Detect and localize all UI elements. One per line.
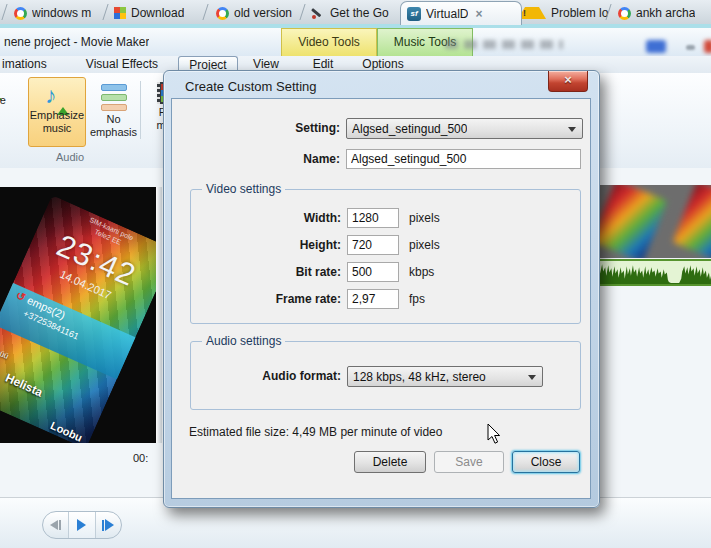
playback-controls xyxy=(42,511,122,539)
window-button-blur[interactable] xyxy=(704,40,711,53)
window-title: nene project - Movie Maker xyxy=(4,35,149,49)
waveform-graphic xyxy=(597,261,711,284)
window-button-blur[interactable] xyxy=(646,40,666,53)
color-grid-icon xyxy=(114,7,126,19)
google-icon xyxy=(216,7,229,20)
video-settings-group: Video settings Width: pixels Height: pix… xyxy=(190,189,581,324)
save-button[interactable]: Save xyxy=(434,451,504,473)
preview-phone-frame: SIM-kaarti pole Tele2 EE 23:42 14.04.201… xyxy=(0,195,156,443)
no-emphasis-button[interactable]: No emphasis xyxy=(90,77,137,147)
tab-close-icon[interactable]: × xyxy=(475,7,482,21)
height-input[interactable] xyxy=(347,235,399,255)
timeline-clip-thumbnail[interactable] xyxy=(672,185,711,258)
browser-tab-problem[interactable]: Problem lo xyxy=(512,2,616,24)
sourceforge-icon: sf xyxy=(407,7,421,21)
browser-tab-get-the-go[interactable]: Get the Go xyxy=(306,2,408,24)
cursor-icon xyxy=(487,423,501,445)
prev-frame-icon xyxy=(50,520,58,530)
name-input[interactable] xyxy=(346,149,581,169)
phone-softkey-center: Helista xyxy=(3,371,45,400)
previous-frame-button[interactable] xyxy=(43,512,68,538)
audio-settings-group: Audio settings Audio format: 128 kbps, 4… xyxy=(190,341,581,410)
framerate-label: Frame rate: xyxy=(201,292,341,306)
browser-tab-virtualdub-active[interactable]: sf VirtualD × xyxy=(400,1,522,25)
browser-tab-download[interactable]: Download xyxy=(108,2,214,24)
close-button[interactable]: Close xyxy=(512,451,580,473)
delete-button[interactable]: Delete xyxy=(354,451,426,473)
width-label: Width: xyxy=(201,211,341,225)
bitrate-label: Bit rate: xyxy=(201,265,341,279)
screen: windows m Download old version Get the G… xyxy=(0,0,711,548)
dropdown-arrow-icon xyxy=(528,375,536,380)
next-frame-icon xyxy=(105,519,114,531)
dropdown-arrow-icon xyxy=(568,127,576,132)
next-frame-button[interactable] xyxy=(96,512,121,538)
ribbon-tab-visual-effects[interactable]: Visual Effects xyxy=(72,56,172,73)
google-icon xyxy=(618,7,631,20)
bitrate-input[interactable] xyxy=(347,262,399,282)
estimated-file-size: Estimated file size: 4,49 MB per minute … xyxy=(189,425,442,439)
name-label: Name: xyxy=(194,152,340,166)
phone-softkey-right: Loobu xyxy=(49,419,85,443)
tab-label: windows m xyxy=(32,6,91,20)
browser-tab-bar: windows m Download old version Get the G… xyxy=(0,0,711,25)
setting-label: Setting: xyxy=(194,121,340,135)
audio-format-dropdown[interactable]: 128 kbps, 48 kHz, stereo xyxy=(347,366,543,387)
dialog-close-icon: × xyxy=(564,72,572,87)
app-title-bar: nene project - Movie Maker Video Tools M… xyxy=(0,28,711,57)
tab-separator xyxy=(1,4,7,20)
ribbon-group-label-audio: Audio xyxy=(0,151,140,163)
bitrate-unit: kbps xyxy=(409,265,434,279)
playhead-timecode: 00: xyxy=(133,452,148,464)
create-custom-setting-dialog: Create Custom Setting × Setting: Algsed_… xyxy=(163,70,600,508)
timeline-video-track[interactable] xyxy=(597,185,711,258)
height-label: Height: xyxy=(201,238,341,252)
tab-label: old version xyxy=(234,6,292,20)
ribbon-separator xyxy=(140,81,141,139)
pane-divider xyxy=(156,187,162,443)
dialog-title: Create Custom Setting xyxy=(185,79,317,94)
video-preview: SIM-kaarti pole Tele2 EE 23:42 14.04.201… xyxy=(0,187,156,443)
video-tools-contextual-tab[interactable]: Video Tools xyxy=(281,28,377,57)
no-emphasis-icon xyxy=(101,84,127,111)
framerate-unit: fps xyxy=(409,292,425,306)
brush-icon xyxy=(312,7,325,20)
timeline-audio-waveform[interactable] xyxy=(597,259,711,286)
width-input[interactable] xyxy=(347,208,399,228)
browser-tab-ankh[interactable]: ankh archa xyxy=(612,2,711,24)
browser-tab-windows[interactable]: windows m xyxy=(8,2,116,24)
play-button[interactable] xyxy=(68,512,95,538)
emphasize-video-button[interactable]: size o xyxy=(0,77,26,147)
tab-label: Problem lo xyxy=(551,6,608,20)
setting-dropdown[interactable]: Algsed_setingud_500 xyxy=(346,118,583,139)
emphasize-music-button[interactable]: ♪ Emphasize music xyxy=(28,77,86,147)
window-button-blur[interactable] xyxy=(686,45,695,50)
tab-label: Get the Go xyxy=(330,6,389,20)
dialog-body: Setting: Algsed_setingud_500 Name: Video… xyxy=(171,98,591,499)
redacted-text xyxy=(445,40,563,49)
emphasize-video-icon xyxy=(0,80,2,92)
browser-tab-old-version[interactable]: old version xyxy=(210,2,312,24)
height-unit: pixels xyxy=(409,238,440,252)
warning-icon xyxy=(518,7,546,19)
width-unit: pixels xyxy=(409,211,440,225)
google-icon xyxy=(14,7,27,20)
framerate-input[interactable] xyxy=(347,289,399,309)
ribbon-tab-animations[interactable]: imations xyxy=(0,56,64,73)
audio-format-label: Audio format: xyxy=(201,369,341,383)
audio-settings-legend: Audio settings xyxy=(202,334,285,348)
tab-label: ankh archa xyxy=(636,6,695,20)
dialog-close-button[interactable]: × xyxy=(548,71,588,92)
timeline-clip-thumbnail[interactable] xyxy=(597,185,667,258)
video-settings-legend: Video settings xyxy=(202,182,285,196)
tab-label: VirtualD xyxy=(426,7,468,21)
phone-softkey-left: Menüü xyxy=(0,343,10,361)
tab-label: Download xyxy=(131,6,184,20)
play-icon xyxy=(77,519,86,531)
emphasize-music-icon: ♪ xyxy=(45,81,69,107)
